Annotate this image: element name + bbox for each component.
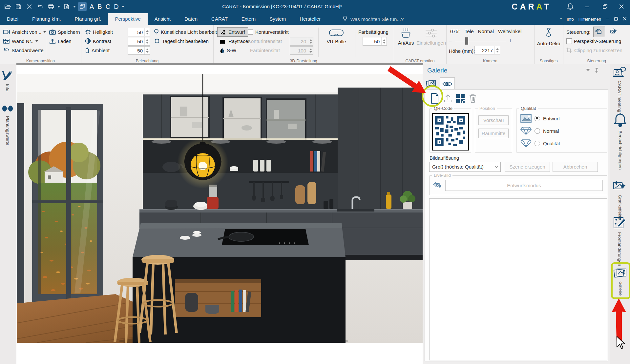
dock-tab-planungswerte[interactable]: Planungswerte [2, 104, 13, 145]
zoom-normal-label[interactable]: Normal [478, 29, 494, 34]
gallery-list-empty[interactable] [429, 198, 607, 360]
konturverstaerkt-checkbox[interactable]: Konturverstärkt [248, 28, 289, 36]
splitter-bar[interactable] [16, 63, 423, 65]
contrast-icon [85, 38, 91, 44]
group-divider [46, 28, 46, 57]
bulb-icon [154, 29, 159, 35]
menu-carat[interactable]: CARAT [204, 13, 235, 25]
pin-icon[interactable] [594, 68, 599, 74]
group-carat-emotion: An/Aus Einstellungen CARAT emotion [394, 25, 447, 64]
szene-erzeugen-button: Szene erzeugen [505, 162, 550, 172]
raytracer-mode-button[interactable]: Raytracer [217, 37, 252, 46]
emotion-einstellungen-button: Einstellungen [417, 28, 446, 46]
ansicht-von-button[interactable]: Ansicht von .. [3, 28, 46, 36]
dock-tab-frontaenderungen[interactable]: Frontänderungen [613, 216, 626, 266]
panel-restore-icon[interactable] [614, 17, 618, 22]
info-link[interactable]: Info [567, 17, 574, 22]
send-to-device-button[interactable] [430, 92, 440, 105]
kitchen-3d-render[interactable] [17, 74, 423, 343]
notifications-bell-icon[interactable] [563, 0, 578, 13]
kontrast-spinner[interactable]: 50 [128, 37, 150, 46]
kuenstliches-licht-button[interactable]: Künstliches Licht bearbeiten [154, 28, 222, 36]
zoom-weitwinkel-label[interactable]: Weitwinkel [498, 29, 521, 34]
panel-minimize-icon[interactable] [606, 17, 610, 22]
zoom-slider-thumb[interactable] [465, 37, 468, 45]
bildaufloesung-label: Bildauflösung [430, 155, 459, 161]
wand-nr-button[interactable]: Wand Nr.. [3, 37, 38, 45]
menu-planung-grf[interactable]: Planung grf. [68, 13, 108, 25]
hoehe-spinner[interactable]: 2217 [474, 46, 500, 54]
perspektiv-steuerung-checkbox[interactable]: Perspektiv-Steuerung [566, 37, 621, 45]
konturintensitaet-spinner: 20 [290, 37, 313, 46]
dock-tab-info[interactable]: Info [2, 70, 13, 91]
help-link[interactable]: Hilfethemen [578, 17, 601, 22]
menu-daten[interactable]: Daten [178, 13, 204, 25]
quality-option-normal[interactable]: Normal [520, 127, 559, 135]
farbsaettigung-spinner[interactable]: 50 [363, 37, 387, 46]
ambient-spinner[interactable]: 50 [128, 46, 150, 55]
orbit-house-icon [595, 28, 603, 35]
dock-tab-grafikeffekte[interactable]: Grafikeffekte [613, 180, 627, 220]
right-dock: CARAT meeting Benachrichtigungen Grafike… [610, 64, 630, 364]
tageslicht-button[interactable]: Tageslicht bearbeiten [154, 37, 209, 45]
dock-tab-carat-meeting[interactable]: CARAT meeting [613, 67, 626, 112]
group-3d-darstellung: Entwurf Raytracer S-W Konturverstärkt Ko… [213, 25, 394, 64]
gallery-tab-images[interactable] [424, 77, 438, 89]
assistant-search[interactable]: Was möchten Sie tun...? [343, 13, 404, 25]
slider-minus[interactable]: – [449, 37, 452, 45]
refresh-camera-icon[interactable] [433, 181, 442, 191]
vr-brille-button[interactable]: VR-Brille [322, 28, 351, 44]
zoom-slider-track[interactable] [455, 41, 506, 41]
qr-code-button[interactable] [455, 92, 466, 105]
entwurf-mode-button[interactable]: Entwurf [217, 27, 248, 37]
dock-tab-benachrichtigungen[interactable]: Benachrichtigungen [613, 112, 627, 170]
menu-hersteller[interactable]: Hersteller [293, 13, 327, 25]
close-button[interactable] [614, 0, 629, 13]
helligkeit-spinner[interactable]: 50 [128, 28, 150, 36]
viewport-3d[interactable] [16, 65, 423, 364]
sw-mode-button[interactable]: S-W [217, 46, 239, 55]
resolution-select[interactable]: Groß (höchste Qualität) [429, 162, 501, 172]
qualitaet-group: Qualität Entwurf Normal Qualität [516, 109, 607, 152]
menu-perspektive[interactable]: Perspektive [108, 13, 147, 25]
quality-option-qualitaet[interactable]: Qualität [520, 139, 560, 148]
gallery-tab-live-view[interactable] [440, 77, 455, 90]
gem-icon [520, 139, 532, 148]
collapse-ribbon-button[interactable]: ^ [560, 17, 562, 22]
ruler-pencil-icon [2, 70, 13, 81]
group-kameraposition: Ansicht von .. Wand Nr.. Standardwerte S… [0, 25, 81, 64]
upload-icon [444, 93, 452, 103]
daylight-gear-icon [154, 38, 160, 44]
steuerung-orbit-button[interactable] [593, 27, 605, 37]
assistant-placeholder: Was möchten Sie tun...? [350, 16, 404, 22]
menu-ansicht[interactable]: Ansicht [148, 13, 178, 25]
carat-logo: CARAT [512, 0, 551, 13]
mobile-page-icon [430, 93, 439, 104]
quality-option-entwurf[interactable]: Entwurf [520, 114, 560, 123]
abbrechen-button: Abbrechen [553, 162, 598, 172]
panel-dropdown-icon[interactable] [586, 69, 590, 71]
zoom-tele-label[interactable]: Tele [465, 29, 474, 34]
minimize-button[interactable] [580, 0, 595, 13]
panel-close-icon[interactable] [623, 17, 627, 22]
wall-icon [3, 38, 10, 44]
menu-planung-kfm[interactable]: Planung kfm. [25, 13, 68, 25]
restore-button[interactable] [598, 0, 612, 13]
slider-plus[interactable]: + [509, 37, 512, 45]
gem-icon [520, 127, 532, 135]
kamera-speichern-button[interactable]: Speichern [49, 28, 80, 36]
steuerung-pan-button[interactable] [607, 27, 618, 36]
brightness-sun-icon [85, 29, 91, 35]
menu-system[interactable]: System [262, 13, 293, 25]
dock-tab-galerie[interactable]: Galerie [614, 267, 627, 296]
kamera-laden-button[interactable]: Laden [49, 37, 72, 45]
standardwerte-button[interactable]: Standardwerte [3, 46, 44, 54]
bell-icon [613, 112, 627, 128]
emotion-anaus-button[interactable]: An/Aus [396, 28, 416, 46]
menu-datei[interactable]: Datei [0, 13, 25, 25]
menu-extern[interactable]: Extern [235, 13, 262, 25]
island-niche [175, 279, 261, 317]
glass-display-cabinets [171, 96, 306, 140]
gallery-panel-title: Galerie [427, 67, 447, 74]
auto-deko-button[interactable]: Auto-Deko [536, 28, 561, 46]
